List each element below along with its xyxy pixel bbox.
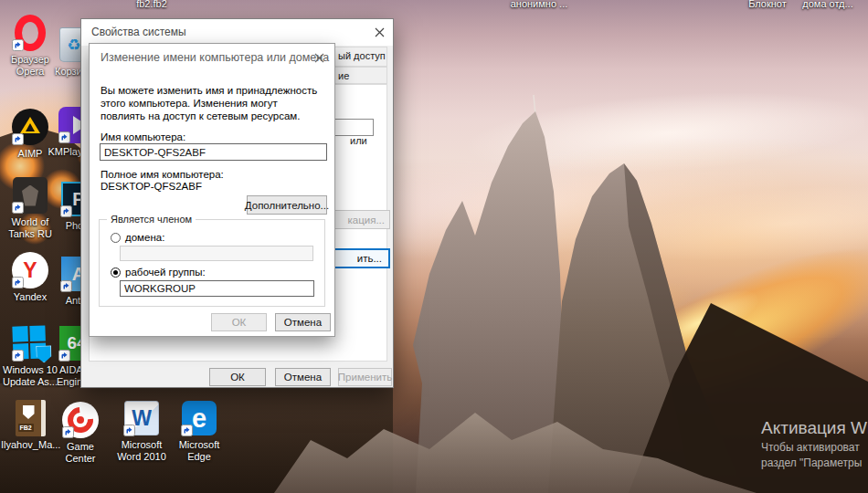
full-computer-name-value: DESKTOP-QFS2ABF — [101, 181, 202, 192]
desktop-icon-word[interactable]: W Microsoft Word 2010 — [112, 400, 171, 463]
titlebar[interactable]: Свойства системы — [81, 19, 393, 46]
shortcut-arrow-icon — [12, 39, 24, 51]
ok-button[interactable]: ОК — [211, 313, 267, 331]
workgroup-radio-label: рабочей группы: — [125, 267, 206, 278]
member-of-legend: Является членом — [107, 214, 196, 225]
computer-name-input[interactable] — [100, 143, 327, 161]
dialog-description: Вы можете изменить имя и принадлежность … — [101, 84, 325, 122]
top-label-fb2-file[interactable]: fb2.fb2 — [111, 0, 193, 9]
icon-label: Microsoft Word 2010 — [112, 439, 171, 463]
tab-remote-access-fragment[interactable]: ый доступ — [334, 47, 387, 67]
watermark-title: Активация Win — [761, 418, 868, 438]
shield-icon — [23, 405, 35, 419]
desktop: { "desktop": { "top_labels": { "fb2_file… — [0, 0, 868, 493]
icon-label: Game Center — [51, 441, 110, 465]
shortcut-arrow-icon — [12, 133, 24, 145]
top-label-home-file[interactable]: дома отд... — [787, 0, 868, 9]
top-label-anon-file[interactable]: анонимно ... — [498, 0, 580, 9]
cancel-button[interactable]: Отмена — [275, 313, 331, 331]
close-icon[interactable] — [311, 50, 327, 65]
workgroup-input[interactable] — [120, 280, 314, 297]
desktop-icon-game-center[interactable]: Game Center — [51, 402, 110, 465]
shortcut-arrow-icon — [60, 280, 72, 292]
dialog-title: Свойства системы — [91, 26, 186, 38]
shortcut-arrow-icon — [123, 425, 135, 436]
shortcut-arrow-icon — [181, 425, 193, 436]
watermark-line: раздел "Параметры — [761, 456, 868, 469]
shortcut-arrow-icon — [12, 350, 24, 362]
text-fragment-or: или — [350, 135, 367, 146]
full-computer-name-label: Полное имя компьютера: — [101, 169, 224, 180]
more-button[interactable]: Дополнительно... — [247, 195, 327, 215]
shortcut-arrow-icon — [62, 426, 74, 438]
shortcut-arrow-icon — [58, 131, 70, 143]
domain-radio-label: домена: — [125, 232, 164, 243]
close-icon[interactable] — [371, 25, 387, 39]
shortcut-arrow-icon — [12, 277, 24, 288]
icon-label: Microsoft Edge — [170, 439, 228, 463]
watermark-line: Чтобы активироват — [761, 441, 868, 454]
member-of-groupbox: Является членом домена: рабочей группы: — [99, 219, 325, 307]
apply-button[interactable]: Применить — [338, 368, 392, 386]
shortcut-arrow-icon — [58, 350, 70, 362]
fb2-book-icon: FB2 — [16, 400, 46, 436]
cancel-button[interactable]: Отмена — [275, 368, 331, 386]
shortcut-arrow-icon — [60, 205, 72, 217]
shortcut-arrow-icon — [12, 202, 24, 214]
tab-fragment[interactable]: ие — [334, 67, 387, 84]
activation-watermark: Активация Win Чтобы активироват раздел "… — [761, 418, 868, 469]
domain-input[interactable] — [120, 246, 313, 261]
computer-name-label: Имя компьютера: — [101, 131, 185, 142]
rename-computer-dialog: Изменение имени компьютера или домена Вы… — [89, 43, 335, 337]
ok-button[interactable]: ОК — [209, 368, 266, 386]
dialog-title: Изменение имени компьютера или домена — [101, 51, 329, 64]
desktop-icon-edge[interactable]: e Microsoft Edge — [170, 400, 228, 463]
domain-radio[interactable] — [111, 233, 121, 243]
workgroup-radio[interactable] — [111, 267, 121, 278]
